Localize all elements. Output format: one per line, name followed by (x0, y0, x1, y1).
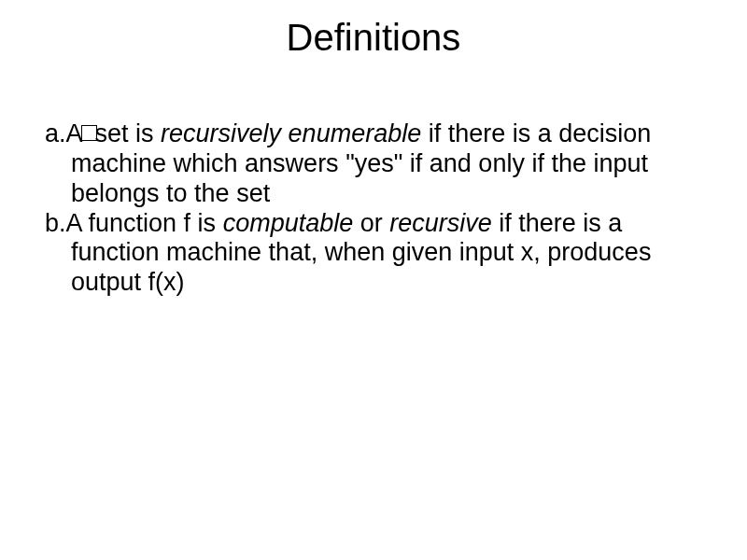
slide-body: a.Aset is recursively enumerable if ther… (45, 119, 702, 298)
definition-b-term-1: computable (223, 209, 354, 237)
definition-b-text-2: or (353, 209, 389, 237)
definition-a: a.Aset is recursively enumerable if ther… (45, 119, 702, 209)
missing-glyph-icon (81, 125, 97, 141)
definition-b: b.A function f is computable or recursiv… (45, 209, 702, 299)
definition-a-text-1: set is (95, 119, 162, 147)
slide: Definitions a.Aset is recursively enumer… (0, 0, 747, 560)
definition-a-label: a. (45, 119, 66, 147)
definition-b-term-2: recursive (389, 209, 492, 237)
definition-b-text-1: A function f is (66, 209, 223, 237)
definition-b-label: b. (45, 209, 66, 237)
slide-title: Definitions (0, 0, 747, 59)
definition-a-term-1: recursively enumerable (161, 119, 421, 147)
